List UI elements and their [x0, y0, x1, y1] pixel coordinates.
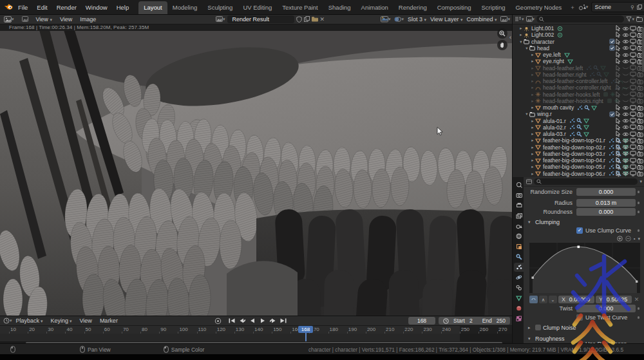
hide-viewport-toggle-icon[interactable]	[622, 105, 629, 111]
hide-viewport-toggle-icon[interactable]	[622, 118, 629, 124]
outliner-row[interactable]: ▸head-feather.right	[513, 71, 644, 78]
clumping-section-header[interactable]: ▾ Clumping	[528, 218, 644, 225]
hide-viewport-toggle-icon[interactable]	[622, 45, 629, 51]
workspace-tab-compositing[interactable]: Compositing	[432, 1, 477, 14]
outliner-row[interactable]: ▸eye.right	[513, 58, 644, 64]
hide-viewport-toggle-icon[interactable]	[622, 71, 629, 77]
workspace-tab-scripting[interactable]: Scripting	[477, 1, 511, 14]
menu-view[interactable]: View	[56, 16, 76, 23]
expand-icon[interactable]: ▸	[530, 151, 535, 157]
region-collapse-icon[interactable]: ‹	[509, 34, 511, 41]
disable-render-toggle-icon[interactable]	[637, 79, 643, 84]
disable-viewport-toggle-icon[interactable]	[630, 98, 636, 104]
selectable-toggle-icon[interactable]	[616, 151, 621, 157]
use-twist-curve-checkbox[interactable]	[576, 314, 583, 321]
expand-icon[interactable]: ▾	[524, 111, 529, 117]
disable-render-toggle-icon[interactable]	[637, 131, 643, 137]
disable-render-toggle-icon[interactable]	[637, 171, 643, 176]
disable-render-toggle-icon[interactable]	[637, 118, 643, 124]
hide-viewport-toggle-icon[interactable]	[622, 26, 629, 32]
selectable-toggle-icon[interactable]	[616, 157, 621, 164]
expand-icon[interactable]: ▸	[518, 25, 524, 32]
disable-viewport-toggle-icon[interactable]	[630, 164, 636, 170]
expand-icon[interactable]: ▸	[518, 32, 524, 38]
outliner-row[interactable]: ▸feather-big-down-top-03.r	[513, 151, 644, 157]
object-data-properties-tab[interactable]	[514, 294, 524, 303]
menu-window[interactable]: Window	[81, 4, 112, 11]
selectable-toggle-icon[interactable]	[616, 52, 621, 58]
properties-search-input[interactable]	[534, 178, 638, 185]
selectable-toggle-icon[interactable]	[616, 65, 621, 71]
disable-viewport-toggle-icon[interactable]	[630, 65, 636, 71]
workspace-tab-uv-editing[interactable]: UV Editing	[238, 1, 277, 14]
render-viewport[interactable]: Frame:168 | Time:00:26.34 | Mem:158.20M,…	[0, 24, 512, 316]
disable-viewport-toggle-icon[interactable]	[630, 59, 636, 64]
workspace-tab-texture-paint[interactable]: Texture Paint	[277, 1, 323, 14]
disable-render-toggle-icon[interactable]	[637, 164, 643, 170]
output-properties-tab[interactable]	[514, 201, 524, 210]
disable-viewport-toggle-icon[interactable]	[630, 151, 636, 156]
hide-viewport-toggle-icon[interactable]	[622, 158, 629, 164]
selectable-toggle-icon[interactable]	[616, 58, 621, 64]
selectable-toggle-icon[interactable]	[616, 45, 621, 52]
workspace-tab-rendering[interactable]: Rendering	[393, 1, 432, 14]
expand-icon[interactable]: ▸	[530, 157, 535, 164]
selectable-toggle-icon[interactable]	[616, 98, 621, 104]
workspace-tab-geometry-nodes[interactable]: Geometry Nodes	[510, 1, 567, 14]
disable-render-toggle-icon[interactable]	[637, 105, 643, 111]
browse-image-icon[interactable]: ▾	[216, 16, 225, 22]
menu-help[interactable]: Help	[112, 4, 134, 11]
expand-icon[interactable]: ▸	[530, 84, 535, 91]
selectable-toggle-icon[interactable]	[616, 124, 621, 131]
disable-viewport-toggle-icon[interactable]	[630, 85, 636, 91]
outliner-row[interactable]: ▸eye.left	[513, 52, 644, 58]
hide-viewport-toggle-icon[interactable]	[622, 79, 629, 84]
clump-noise-checkbox[interactable]	[535, 325, 541, 330]
disable-render-toggle-icon[interactable]	[637, 151, 643, 156]
pin-scene-icon[interactable]: ⚲	[630, 5, 634, 10]
disable-viewport-toggle-icon[interactable]	[630, 39, 636, 44]
physics-properties-tab[interactable]	[514, 273, 524, 282]
curve-point[interactable]	[532, 277, 534, 279]
expand-icon[interactable]: ▸	[530, 131, 535, 137]
editor-mode-dropdown[interactable]: View ▾	[32, 16, 56, 23]
disable-viewport-toggle-icon[interactable]	[630, 26, 636, 32]
hide-viewport-toggle-icon[interactable]	[622, 65, 629, 71]
tool-properties-tab[interactable]	[514, 180, 524, 189]
outliner-search-input[interactable]	[536, 15, 624, 23]
scene-properties-tab[interactable]	[514, 222, 524, 231]
expand-icon[interactable]: ▸	[530, 144, 535, 151]
expand-icon[interactable]: ▸	[530, 171, 535, 177]
add-workspace-button[interactable]: +	[567, 1, 578, 14]
animate-dot[interactable]	[636, 316, 641, 319]
disable-render-toggle-icon[interactable]	[637, 85, 643, 91]
expand-icon[interactable]: ▾	[524, 45, 529, 52]
menu-edit[interactable]: Edit	[32, 4, 52, 11]
workspace-tab-animation[interactable]: Animation	[356, 1, 393, 14]
outliner-row[interactable]: ▸alula-03.r	[513, 131, 644, 137]
disable-viewport-toggle-icon[interactable]	[630, 144, 636, 150]
disable-viewport-toggle-icon[interactable]	[630, 158, 636, 164]
expand-icon[interactable]: ▸	[530, 124, 535, 131]
properties-options-icon[interactable]: ▾	[639, 179, 642, 184]
selectable-toggle-icon[interactable]	[616, 39, 621, 45]
pan-tool-button[interactable]	[497, 40, 507, 50]
object-properties-tab[interactable]	[514, 242, 524, 251]
timeline-menu-marker[interactable]: Marker	[96, 317, 122, 324]
zoom-tool-button[interactable]	[497, 28, 507, 39]
expand-icon[interactable]: ▸	[530, 98, 535, 104]
handle-auto-button[interactable]: ◠	[529, 296, 538, 303]
timeline-menu-playback[interactable]: Playback ▾	[12, 317, 47, 324]
editor-type-image-icon[interactable]: ▾	[0, 16, 18, 23]
expand-icon[interactable]: ▾	[518, 39, 524, 45]
disable-render-toggle-icon[interactable]	[637, 111, 643, 117]
curve-point[interactable]	[636, 281, 638, 283]
hide-viewport-toggle-icon[interactable]	[622, 52, 629, 58]
open-image-folder-icon[interactable]	[312, 16, 318, 22]
outliner-display-mode-icon[interactable]: ▾	[515, 16, 524, 22]
outliner-row[interactable]: ▸head-feather-hooks.left	[513, 91, 644, 98]
image-settings-icon[interactable]: ▾	[500, 16, 510, 22]
outliner-row[interactable]: ▸feather-big-down-top-01.r	[513, 137, 644, 144]
selectable-toggle-icon[interactable]	[616, 91, 621, 98]
radius-field[interactable]: 0.013 m	[576, 199, 636, 207]
